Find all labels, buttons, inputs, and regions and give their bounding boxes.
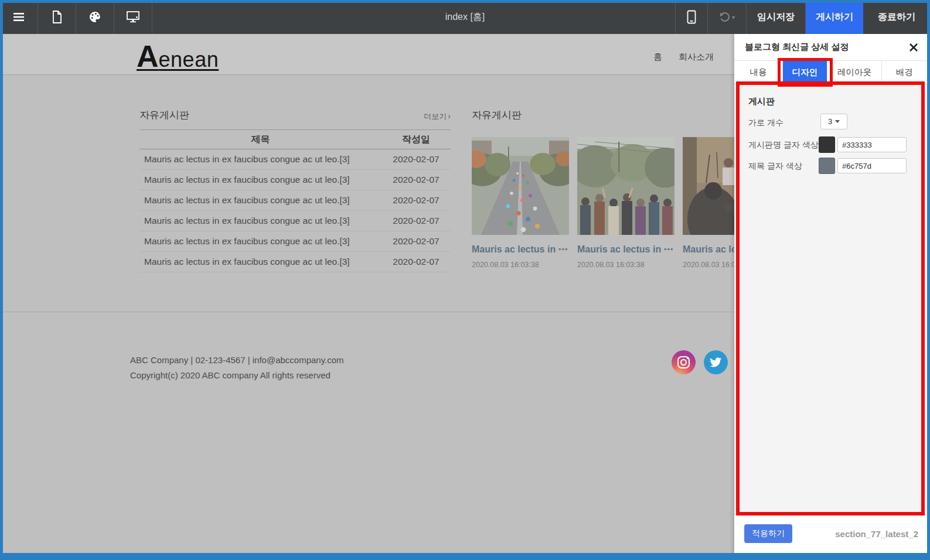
board-name-color-input[interactable] (837, 137, 907, 152)
post-card-date: 2020.08.03 16:03:38 (577, 261, 674, 269)
temp-save-button[interactable]: 임시저장 (747, 0, 806, 34)
columns-count-dropdown[interactable]: 3 (820, 114, 847, 129)
page-icon (52, 11, 62, 23)
table-row[interactable]: Mauris ac lectus in ex faucibus congue a… (139, 170, 451, 190)
panel-title: 블로그형 최신글 상세 설정 (745, 42, 849, 53)
more-link[interactable]: 더보기› (424, 111, 451, 122)
site-nav: 홈 회사소개 (653, 52, 714, 63)
table-row[interactable]: Mauris ac lectus in ex faucibus congue a… (139, 190, 451, 211)
menu-icon (12, 12, 25, 22)
undo-button[interactable]: ▾ (708, 0, 747, 34)
table-row[interactable]: Mauris ac lectus in ex faucibus congue a… (139, 149, 451, 170)
mobile-icon (687, 10, 696, 24)
publish-button[interactable]: 게시하기 (806, 0, 863, 34)
table-row[interactable]: Mauris ac lectus in ex faucibus congue a… (139, 211, 451, 231)
board-name-color-label: 게시판명 글자 색상 (748, 140, 819, 151)
apply-button[interactable]: 적용하기 (744, 524, 792, 543)
post-card[interactable]: Mauris ac lectus in ⋯ 2020.08.03 16:03:3… (472, 137, 569, 269)
panel-tabs: 내용 디자인 레이아웃 배경 (734, 60, 928, 84)
social-links (672, 350, 728, 374)
footer-info: ABC Company | 02-123-4567 | info@abccomp… (130, 353, 344, 383)
chevron-right-icon: › (448, 111, 451, 121)
post-card-title: Mauris ac lectus in ⋯ (577, 244, 674, 255)
board-list-title: 자유게시판 (139, 108, 189, 122)
menu-button[interactable] (0, 0, 38, 34)
mobile-preview-button[interactable] (675, 0, 708, 34)
footer-contact-line: ABC Company | 02-123-4567 | info@abccomp… (130, 353, 344, 368)
nav-item-home[interactable]: 홈 (653, 52, 662, 63)
settings-panel: 블로그형 최신글 상세 설정 내용 디자인 레이아웃 배경 게시판 가로 개수 … (734, 34, 928, 560)
board-name-color-swatch[interactable] (819, 136, 835, 153)
instagram-icon[interactable] (672, 350, 696, 374)
post-photo-marathon (472, 137, 569, 235)
table-row[interactable]: Mauris ac lectus in ex faucibus congue a… (139, 252, 451, 272)
site-logo[interactable]: Aenean (137, 39, 219, 74)
post-photo-group-outdoors (577, 137, 674, 235)
pages-button[interactable] (38, 0, 76, 34)
title-color-label: 제목 글자 색상 (748, 161, 802, 172)
panel-body: 게시판 가로 개수 3 게시판명 글자 색상 제목 글자 색상 (734, 84, 928, 514)
editor-toolbar: index [홈] ▾ 임시저장 게시하기 종료하기 (0, 0, 930, 34)
undo-icon (719, 12, 730, 22)
desktop-preview-button[interactable] (114, 0, 152, 34)
title-color-input[interactable] (837, 158, 907, 173)
exit-button[interactable]: 종료하기 (863, 0, 930, 34)
caret-down-icon (835, 120, 840, 123)
tab-content[interactable]: 내용 (734, 61, 783, 84)
tab-layout[interactable]: 레이아웃 (827, 61, 882, 84)
table-header: 제목 작성일 (139, 130, 451, 149)
panel-footer: 적용하기 section_77_latest_2 (734, 514, 928, 560)
tab-background[interactable]: 배경 (882, 61, 927, 84)
close-icon[interactable] (909, 43, 918, 52)
tab-design[interactable]: 디자인 (783, 61, 827, 84)
twitter-icon[interactable] (704, 350, 728, 374)
columns-count-label: 가로 개수 (748, 118, 783, 128)
palette-icon (88, 11, 101, 23)
section-heading: 게시판 (748, 96, 775, 107)
caret-down-icon: ▾ (732, 14, 735, 21)
theme-button[interactable] (76, 0, 114, 34)
post-card[interactable]: Mauris ac lectus in ⋯ 2020.08.03 16:03:3… (577, 137, 674, 269)
post-card-date: 2020.08.03 16:03:38 (472, 261, 569, 269)
section-id-label: section_77_latest_2 (835, 529, 918, 539)
footer-copyright-line: Copyright(c) 2020 ABC company All rights… (130, 368, 344, 383)
board-list-section: 자유게시판 더보기› 제목 작성일 Mauris ac lectus in ex… (139, 108, 451, 272)
nav-item-about[interactable]: 회사소개 (679, 52, 714, 63)
title-color-swatch[interactable] (819, 158, 835, 174)
monitor-icon (126, 11, 140, 23)
table-row[interactable]: Mauris ac lectus in ex faucibus congue a… (139, 231, 451, 252)
post-card-title: Mauris ac lectus in ⋯ (472, 244, 569, 255)
